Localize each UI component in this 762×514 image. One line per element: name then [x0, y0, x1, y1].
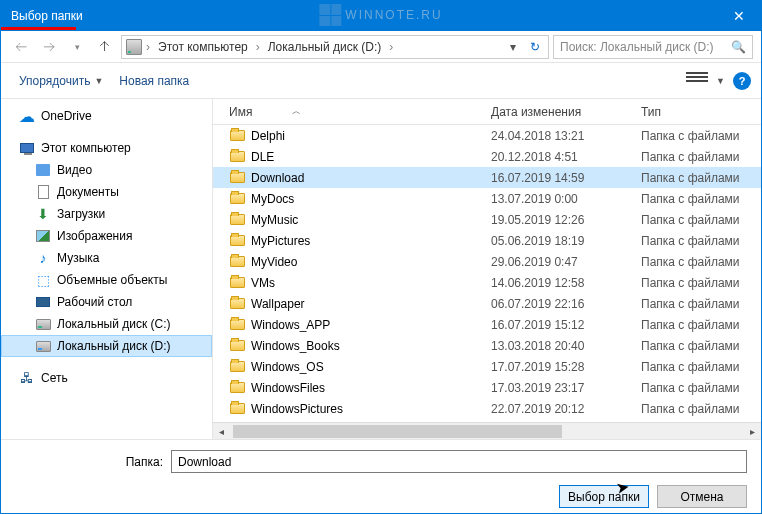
file-list[interactable]: Delphi24.04.2018 13:21Папка с файламиDLE…: [213, 125, 761, 422]
breadcrumb-this-pc[interactable]: Этот компьютер: [154, 36, 252, 58]
address-dropdown[interactable]: ▾: [506, 40, 520, 54]
nav-up-button[interactable]: 🡡: [93, 35, 117, 59]
table-row[interactable]: Windows_OS17.07.2019 15:28Папка с файлам…: [213, 356, 761, 377]
file-date: 13.07.2019 0:00: [491, 192, 641, 206]
video-icon: [35, 162, 51, 178]
folder-icon: [229, 338, 245, 354]
folder-icon: [229, 401, 245, 417]
music-icon: ♪: [35, 250, 51, 266]
table-row[interactable]: Windows_Books13.03.2018 20:40Папка с фай…: [213, 335, 761, 356]
cancel-button[interactable]: Отмена: [657, 485, 747, 508]
search-input[interactable]: Поиск: Локальный диск (D:) 🔍: [553, 35, 753, 59]
sidebar-item-videos[interactable]: Видео: [1, 159, 212, 181]
column-header-type[interactable]: Тип: [641, 105, 761, 119]
drive-icon: [35, 316, 51, 332]
table-row[interactable]: DLE20.12.2018 4:51Папка с файлами: [213, 146, 761, 167]
scrollbar-thumb[interactable]: [233, 425, 562, 438]
sort-asc-icon: ︿: [292, 105, 301, 118]
sidebar-item-3d[interactable]: ⬚Объемные объекты: [1, 269, 212, 291]
folder-name-input[interactable]: [171, 450, 747, 473]
sidebar-item-label: Этот компьютер: [41, 141, 131, 155]
file-date: 19.05.2019 12:26: [491, 213, 641, 227]
folder-icon: [229, 170, 245, 186]
file-name: Download: [251, 171, 304, 185]
sidebar-item-downloads[interactable]: ⬇Загрузки: [1, 203, 212, 225]
view-options-button[interactable]: [686, 72, 708, 90]
folder-icon: [229, 149, 245, 165]
file-name: Windows_Books: [251, 339, 340, 353]
folder-icon: [229, 317, 245, 333]
table-row[interactable]: MyPictures05.06.2019 18:19Папка с файлам…: [213, 230, 761, 251]
sidebar-item-onedrive[interactable]: ☁ OneDrive: [1, 105, 212, 127]
nav-back-button[interactable]: 🡠: [9, 35, 33, 59]
file-name: WindowsFiles: [251, 381, 325, 395]
file-date: 13.03.2018 20:40: [491, 339, 641, 353]
nav-row: 🡠 🡢 ▾ 🡡 › Этот компьютер › Локальный дис…: [1, 31, 761, 63]
nav-recent-dropdown[interactable]: ▾: [65, 35, 89, 59]
sidebar-item-drive-c[interactable]: Локальный диск (C:): [1, 313, 212, 335]
sidebar-item-label: Сеть: [41, 371, 68, 385]
chevron-right-icon[interactable]: ›: [387, 40, 395, 54]
sidebar-item-this-pc[interactable]: Этот компьютер: [1, 137, 212, 159]
table-row[interactable]: WindowsPictures22.07.2019 20:12Папка с ф…: [213, 398, 761, 419]
cloud-icon: ☁: [19, 108, 35, 124]
folder-icon: [229, 254, 245, 270]
sidebar-item-music[interactable]: ♪Музыка: [1, 247, 212, 269]
search-placeholder: Поиск: Локальный диск (D:): [560, 40, 713, 54]
help-icon[interactable]: ?: [733, 72, 751, 90]
file-date: 17.07.2019 15:28: [491, 360, 641, 374]
sidebar-item-label: OneDrive: [41, 109, 92, 123]
footer: Папка: Выбор папки Отмена: [1, 439, 761, 514]
scroll-left-icon[interactable]: ◂: [213, 423, 230, 439]
file-type: Папка с файлами: [641, 129, 761, 143]
sidebar-item-drive-d[interactable]: Локальный диск (D:): [1, 335, 212, 357]
table-row[interactable]: Download16.07.2019 14:59Папка с файлами: [213, 167, 761, 188]
select-folder-button[interactable]: Выбор папки: [559, 485, 649, 508]
desktop-icon: [35, 294, 51, 310]
column-header-name[interactable]: Имя︿: [221, 105, 491, 119]
file-name: MyMusic: [251, 213, 298, 227]
file-name: Wallpaper: [251, 297, 305, 311]
network-icon: 🖧: [19, 370, 35, 386]
sidebar-item-pictures[interactable]: Изображения: [1, 225, 212, 247]
table-row[interactable]: MyMusic19.05.2019 12:26Папка с файлами: [213, 209, 761, 230]
drive-icon: [35, 338, 51, 354]
table-row[interactable]: Wallpaper06.07.2019 22:16Папка с файлами: [213, 293, 761, 314]
table-row[interactable]: MyVideo29.06.2019 0:47Папка с файлами: [213, 251, 761, 272]
table-row[interactable]: MyDocs13.07.2019 0:00Папка с файлами: [213, 188, 761, 209]
file-name: DLE: [251, 150, 274, 164]
sidebar-item-desktop[interactable]: Рабочий стол: [1, 291, 212, 313]
file-type: Папка с файлами: [641, 276, 761, 290]
table-row[interactable]: VMs14.06.2019 12:58Папка с файлами: [213, 272, 761, 293]
table-row[interactable]: Windows_APP16.07.2019 15:12Папка с файла…: [213, 314, 761, 335]
new-folder-button[interactable]: Новая папка: [111, 70, 197, 92]
scrollbar-horizontal[interactable]: ◂ ▸: [213, 422, 761, 439]
sidebar: ☁ OneDrive Этот компьютер Видео Документ…: [1, 99, 213, 439]
close-button[interactable]: ✕: [716, 1, 761, 31]
chevron-right-icon[interactable]: ›: [254, 40, 262, 54]
file-type: Папка с файлами: [641, 234, 761, 248]
address-bar[interactable]: › Этот компьютер › Локальный диск (D:) ›…: [121, 35, 549, 59]
table-row[interactable]: Delphi24.04.2018 13:21Папка с файлами: [213, 125, 761, 146]
column-header-date[interactable]: Дата изменения: [491, 105, 641, 119]
organize-button[interactable]: Упорядочить▼: [11, 70, 111, 92]
file-date: 05.06.2019 18:19: [491, 234, 641, 248]
folder-icon: [229, 233, 245, 249]
window-title: Выбор папки: [11, 9, 716, 23]
sidebar-item-label: Изображения: [57, 229, 132, 243]
chevron-down-icon: ▼: [94, 76, 103, 86]
folder-icon: [229, 212, 245, 228]
chevron-right-icon[interactable]: ›: [144, 40, 152, 54]
scroll-right-icon[interactable]: ▸: [744, 423, 761, 439]
file-type: Папка с файлами: [641, 150, 761, 164]
sidebar-item-network[interactable]: 🖧Сеть: [1, 367, 212, 389]
folder-icon: [229, 191, 245, 207]
chevron-down-icon[interactable]: ▼: [716, 76, 725, 86]
file-type: Папка с файлами: [641, 171, 761, 185]
breadcrumb-drive-d[interactable]: Локальный диск (D:): [264, 36, 386, 58]
table-row[interactable]: WindowsFiles17.03.2019 23:17Папка с файл…: [213, 377, 761, 398]
nav-forward-button[interactable]: 🡢: [37, 35, 61, 59]
file-name: MyDocs: [251, 192, 294, 206]
refresh-icon[interactable]: ↻: [526, 40, 544, 54]
sidebar-item-documents[interactable]: Документы: [1, 181, 212, 203]
